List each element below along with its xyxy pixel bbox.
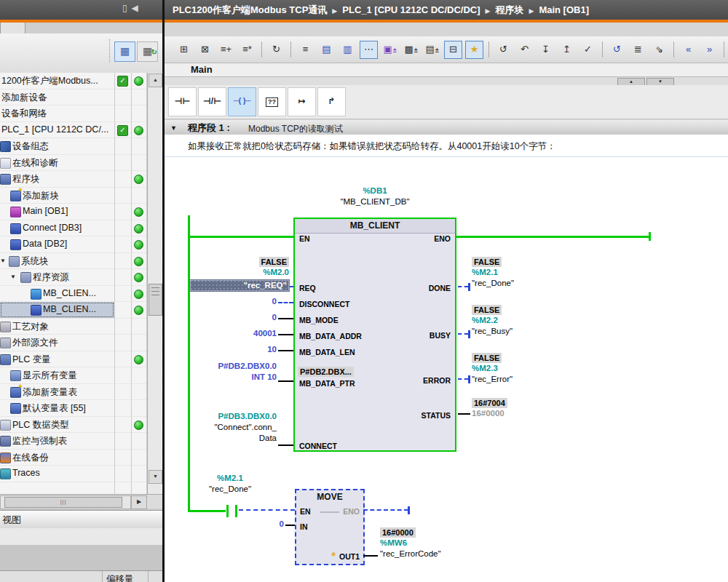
tree-item[interactable]: 显示所有变量 [0, 367, 162, 384]
open-branch-icon[interactable]: ↦ [288, 87, 316, 116]
no-contact-icon[interactable]: ⊣⊢ [168, 87, 197, 116]
contact-operand[interactable]: %M2.1 "rec_Done" [194, 473, 266, 495]
tree-item[interactable]: 添加新设备 [0, 89, 162, 106]
table-view-icon[interactable]: ▦ [114, 41, 135, 62]
network-title[interactable]: Modbus TCP的读取测试 [248, 123, 343, 135]
move-in-operand[interactable]: 0 [248, 519, 284, 530]
modify-operand-icon[interactable]: ⇘ [650, 41, 668, 59]
done-operand[interactable]: FALSE %M2.1 "rec_Done" [472, 255, 514, 289]
network-comment[interactable]: 如果接收正常就把0给状态码存储：如果错误就把状态码给转存。从40001开始读10… [188, 140, 556, 153]
tree-item[interactable]: Traces [0, 466, 162, 482]
tree-item[interactable]: 在线和诊断 [0, 155, 162, 172]
go-to-error-icon[interactable]: ↶ [515, 41, 534, 59]
insert-coil-dropdown-icon[interactable]: ▩± [402, 41, 420, 59]
hscroll-thumb[interactable]: ||| [4, 497, 122, 508]
next-jump-point-icon[interactable]: » [700, 41, 719, 59]
tree-item[interactable]: 外部源文件 [0, 335, 162, 351]
scroll-right-icon[interactable]: ▶ [131, 495, 147, 509]
insert-branch-dropdown-icon[interactable]: ▤± [423, 41, 441, 59]
favorites-toggle-icon[interactable]: ★ [465, 41, 483, 59]
coil-icon[interactable]: ─( )─ [228, 87, 256, 116]
consistency-check-icon[interactable]: ✓ [579, 41, 597, 59]
insert-row-icon[interactable]: ≡+ [217, 41, 235, 59]
no-contact[interactable] [226, 505, 229, 517]
tree-item[interactable]: 在线备份 [0, 450, 162, 466]
collapse-left-icon[interactable]: ◀ [132, 3, 143, 13]
tree-item[interactable]: PLC_1 [CPU 1212C DC/...✓ [0, 122, 162, 139]
tree-vscrollbar[interactable]: ▲ ▼ [147, 73, 162, 494]
tree-item[interactable]: MB_CLIEN... [0, 302, 162, 319]
close-branch-icon[interactable]: ↱ [317, 87, 346, 116]
tree-item[interactable]: 添加新块 [0, 188, 162, 204]
tree-item[interactable]: Connect [DB3] [0, 220, 162, 237]
req-operand[interactable]: FALSE %M2.0 [187, 255, 289, 278]
offset-column-header[interactable]: 偏移量 [106, 573, 134, 582]
delete-network-icon[interactable]: ⊠ [196, 41, 214, 59]
req-operand-name[interactable]: "rec_REQ" [189, 279, 290, 292]
tree-item[interactable]: 默认变量表 [55] [0, 400, 162, 417]
window-icon[interactable]: ▯ [122, 3, 132, 13]
move-block[interactable]: MOVE EN ENO IN * OUT1 [295, 489, 365, 565]
operand-display-icon[interactable]: ⊟ [444, 41, 462, 59]
network-comments-icon[interactable]: ⋯ [360, 41, 378, 59]
tree-item[interactable]: Data [DB2] [0, 236, 162, 253]
monitor-all-icon[interactable]: ↺ [608, 41, 626, 59]
insert-network-icon[interactable]: ⊞ [175, 41, 193, 59]
move-out-operand[interactable]: 16#0000 %MW6 "rec_ErrorCode" [380, 526, 441, 559]
insert-row-below-icon[interactable]: ≡* [238, 41, 256, 59]
breadcrumb-program-blocks[interactable]: 程序块 [495, 4, 523, 15]
tree-item[interactable]: 1200作客户端Modbus...✓ [0, 73, 162, 89]
mb-data-addr-operand[interactable]: 40001 [218, 328, 277, 339]
breadcrumb-main-ob1[interactable]: Main [OB1] [539, 4, 589, 15]
instance-db-name[interactable]: "MB_CLIENT_DB" [293, 197, 456, 206]
tree-item[interactable]: Main [OB1] [0, 204, 162, 220]
scroll-up-icon[interactable]: ▲ [149, 73, 162, 87]
network-collapse-icon[interactable]: ▼ [170, 124, 177, 132]
connect-operand[interactable]: P#DB3.DBX0.0 "Connect".conn_ Data [182, 411, 277, 444]
insert-box-dropdown-icon[interactable]: ▣± [381, 41, 399, 59]
tree-item[interactable]: MB_CLIEN... [0, 286, 162, 303]
tree-item[interactable]: ▼程序资源 [0, 269, 162, 286]
tree-item[interactable]: 监控与强制表 [0, 433, 162, 450]
tree-item[interactable]: PLC 数据类型 [0, 417, 162, 434]
upload-block-icon[interactable]: ↥ [558, 41, 576, 59]
mb-data-len-operand[interactable]: 10 [218, 344, 277, 355]
error-operand[interactable]: FALSE %M2.3 "rec_Error" [472, 351, 513, 385]
tree-item[interactable]: ▼系统块 [0, 253, 162, 270]
tree-hscrollbar[interactable]: ||| ▶ [0, 494, 162, 509]
vscroll-thumb[interactable] [149, 284, 162, 316]
tree-item[interactable]: PLC 变量 [0, 351, 162, 368]
tree-item[interactable]: 设备组态 [0, 138, 162, 155]
busy-operand[interactable]: FALSE %M2.2 "rec_Busy" [472, 303, 513, 337]
mb-mode-operand[interactable]: 0 [218, 312, 277, 323]
status-operand[interactable]: 16#7004 16#0000 [472, 396, 507, 419]
monitor-selection-icon[interactable]: ≣ [629, 41, 647, 59]
breadcrumb-plc[interactable]: PLC_1 [CPU 1212C DC/DC/DC] [342, 4, 480, 15]
reset-start-values-icon[interactable]: ↻ [267, 41, 285, 59]
nc-contact-icon[interactable]: ⊣/⊢ [198, 87, 226, 116]
tree-item[interactable]: 添加新变量表 [0, 384, 162, 401]
previous-jump-point-icon[interactable]: « [679, 41, 697, 59]
download-block-icon[interactable]: ↧ [537, 41, 555, 59]
disconnect-operand[interactable]: 0 [218, 296, 277, 307]
mb-client-block[interactable]: MB_CLIENT EN REQ DISCONNECT MB_MODE MB_D… [293, 218, 456, 452]
window-collapse-icons[interactable]: ▯◀ [122, 3, 143, 13]
scroll-down-icon[interactable]: ▼ [149, 470, 162, 484]
expand-arrow-icon[interactable]: ▼ [0, 258, 6, 264]
tree-item[interactable]: 设备和网络 [0, 105, 162, 122]
tree-item[interactable]: 工艺对象 [0, 319, 162, 335]
instance-db-address[interactable]: %DB1 [293, 186, 456, 195]
empty-box-icon[interactable]: ?? [258, 87, 286, 116]
expand-arrow-icon[interactable]: ▼ [10, 274, 16, 280]
tree-item[interactable]: 程序块 [0, 171, 162, 188]
breadcrumb-project[interactable]: PLC1200作客户端Modbus TCP通讯 [173, 4, 327, 15]
network-header[interactable]: ▼ 程序段 1 : Modbus TCP的读取测试 [165, 120, 728, 135]
panel-tab[interactable] [0, 23, 25, 34]
mb-data-ptr-operand[interactable]: P#DB2.DBX0.0 INT 10 [182, 361, 277, 383]
tree-item-label: 在线备份 [12, 452, 49, 464]
absolute-operands-icon[interactable]: ≡ [296, 41, 314, 59]
block-interface-icon[interactable]: ▥ [339, 41, 357, 59]
sync-online-icon[interactable]: ▦↻ [137, 41, 158, 62]
update-program-icon[interactable]: ↺ [494, 41, 513, 59]
network-overview-icon[interactable]: ▤ [317, 41, 336, 59]
